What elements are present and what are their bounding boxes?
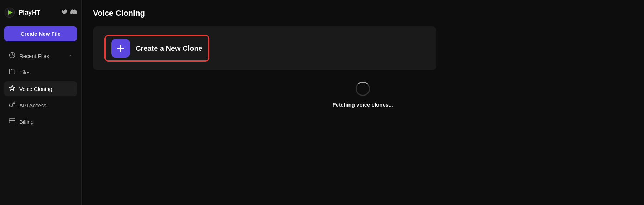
sidebar-item-api-access[interactable]: API Access [4, 98, 77, 113]
sidebar-item-recent-files-label: Recent Files [19, 53, 49, 59]
loading-spinner [356, 82, 370, 96]
sidebar-item-api-access-label: API Access [19, 102, 47, 108]
create-new-file-button[interactable]: Create New File [4, 26, 77, 41]
sidebar-item-voice-cloning[interactable]: Voice Cloning [4, 81, 77, 96]
folder-icon [9, 68, 16, 76]
create-clone-label: Create a New Clone [136, 44, 203, 53]
logo-text: PlayHT [19, 9, 40, 16]
clone-card-container: Create a New Clone [93, 26, 436, 70]
sidebar-item-billing-label: Billing [19, 119, 34, 125]
svg-rect-3 [9, 119, 15, 123]
loading-section: Fetching voice clones... [93, 82, 633, 108]
sparkle-icon [9, 85, 16, 93]
page-title: Voice Cloning [93, 9, 633, 18]
sidebar-item-voice-cloning-label: Voice Cloning [19, 86, 52, 92]
credit-card-icon [9, 118, 16, 126]
sidebar-header: PlayHT [4, 6, 77, 19]
social-icons [61, 9, 77, 16]
plus-icon [111, 39, 130, 58]
sidebar-item-billing[interactable]: Billing [4, 114, 77, 129]
sidebar: PlayHT Create New File [0, 0, 82, 205]
sidebar-item-files[interactable]: Files [4, 65, 77, 80]
key-icon [9, 101, 16, 109]
create-new-clone-button[interactable]: Create a New Clone [104, 35, 209, 62]
clock-icon [9, 52, 16, 60]
twitter-icon[interactable] [61, 9, 68, 16]
sidebar-nav: Recent Files Files Voice Cloning [4, 48, 77, 131]
discord-icon[interactable] [70, 9, 77, 16]
loading-text: Fetching voice clones... [332, 102, 393, 108]
playht-logo-icon [4, 7, 15, 18]
main-content: Voice Cloning Create a New Clone Fetchin… [82, 0, 644, 205]
sidebar-item-files-label: Files [19, 69, 31, 75]
sidebar-item-recent-files[interactable]: Recent Files [4, 48, 77, 63]
chevron-down-icon [68, 53, 73, 59]
